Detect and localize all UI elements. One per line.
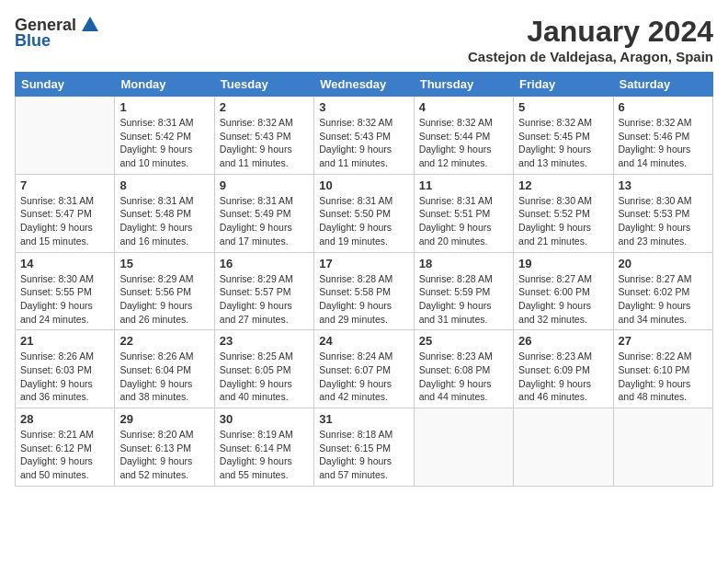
calendar-cell: 4Sunrise: 8:32 AMSunset: 5:44 PMDaylight… (414, 97, 513, 175)
calendar-cell: 3Sunrise: 8:32 AMSunset: 5:43 PMDaylight… (314, 97, 414, 175)
day-number: 5 (518, 100, 608, 114)
day-number: 24 (319, 334, 408, 348)
day-info: Sunrise: 8:30 AMSunset: 5:52 PMDaylight:… (518, 194, 608, 248)
calendar-cell: 15Sunrise: 8:29 AMSunset: 5:56 PMDayligh… (115, 252, 214, 330)
day-number: 7 (20, 178, 109, 192)
day-number: 26 (518, 334, 608, 348)
month-title: January 2024 (468, 15, 713, 49)
day-number: 16 (220, 257, 309, 270)
weekday-header-tuesday: Tuesday (214, 73, 313, 97)
day-info: Sunrise: 8:31 AMSunset: 5:51 PMDaylight:… (419, 194, 508, 248)
day-info: Sunrise: 8:22 AMSunset: 6:10 PMDaylight:… (619, 350, 708, 404)
day-info: Sunrise: 8:31 AMSunset: 5:42 PMDaylight:… (119, 116, 209, 170)
week-row-5: 28Sunrise: 8:21 AMSunset: 6:12 PMDayligh… (16, 408, 713, 487)
logo: General Blue (15, 15, 100, 51)
title-block: January 2024 Castejon de Valdejasa, Arag… (468, 15, 713, 64)
calendar-cell: 20Sunrise: 8:27 AMSunset: 6:02 PMDayligh… (613, 252, 712, 330)
weekday-header-saturday: Saturday (613, 73, 712, 97)
day-info: Sunrise: 8:24 AMSunset: 6:07 PMDaylight:… (319, 350, 408, 404)
calendar-cell (414, 408, 513, 487)
day-info: Sunrise: 8:28 AMSunset: 5:58 PMDaylight:… (319, 272, 408, 327)
day-info: Sunrise: 8:27 AMSunset: 6:02 PMDaylight:… (619, 272, 708, 327)
week-row-1: 1Sunrise: 8:31 AMSunset: 5:42 PMDaylight… (16, 97, 713, 175)
day-info: Sunrise: 8:31 AMSunset: 5:48 PMDaylight:… (119, 194, 209, 248)
calendar-cell: 19Sunrise: 8:27 AMSunset: 6:00 PMDayligh… (514, 252, 613, 330)
day-info: Sunrise: 8:26 AMSunset: 6:03 PMDaylight:… (20, 350, 109, 404)
calendar-cell: 12Sunrise: 8:30 AMSunset: 5:52 PMDayligh… (514, 174, 613, 252)
day-info: Sunrise: 8:32 AMSunset: 5:43 PMDaylight:… (319, 116, 408, 170)
calendar-cell: 29Sunrise: 8:20 AMSunset: 6:13 PMDayligh… (115, 408, 214, 487)
calendar-cell: 11Sunrise: 8:31 AMSunset: 5:51 PMDayligh… (414, 174, 513, 252)
day-number: 25 (419, 334, 508, 348)
day-info: Sunrise: 8:20 AMSunset: 6:13 PMDaylight:… (119, 428, 209, 482)
calendar-cell: 17Sunrise: 8:28 AMSunset: 5:58 PMDayligh… (314, 252, 414, 330)
calendar-cell: 8Sunrise: 8:31 AMSunset: 5:48 PMDaylight… (115, 174, 214, 252)
week-row-3: 14Sunrise: 8:30 AMSunset: 5:55 PMDayligh… (16, 252, 713, 330)
calendar-cell: 7Sunrise: 8:31 AMSunset: 5:47 PMDaylight… (16, 174, 115, 252)
day-number: 31 (319, 412, 408, 426)
calendar-cell: 2Sunrise: 8:32 AMSunset: 5:43 PMDaylight… (214, 97, 313, 175)
calendar-cell: 30Sunrise: 8:19 AMSunset: 6:14 PMDayligh… (214, 408, 313, 487)
calendar-cell: 21Sunrise: 8:26 AMSunset: 6:03 PMDayligh… (16, 330, 115, 408)
calendar-cell: 23Sunrise: 8:25 AMSunset: 6:05 PMDayligh… (214, 330, 313, 408)
day-number: 11 (419, 178, 508, 192)
day-number: 22 (119, 334, 209, 348)
day-number: 10 (319, 178, 408, 192)
day-info: Sunrise: 8:31 AMSunset: 5:47 PMDaylight:… (20, 194, 109, 248)
day-info: Sunrise: 8:32 AMSunset: 5:46 PMDaylight:… (619, 116, 708, 170)
calendar-cell: 22Sunrise: 8:26 AMSunset: 6:04 PMDayligh… (115, 330, 214, 408)
day-info: Sunrise: 8:23 AMSunset: 6:08 PMDaylight:… (419, 350, 508, 404)
week-row-4: 21Sunrise: 8:26 AMSunset: 6:03 PMDayligh… (16, 330, 713, 408)
day-number: 14 (20, 257, 109, 270)
calendar-cell: 24Sunrise: 8:24 AMSunset: 6:07 PMDayligh… (314, 330, 414, 408)
calendar-cell: 6Sunrise: 8:32 AMSunset: 5:46 PMDaylight… (613, 97, 712, 175)
calendar-cell: 5Sunrise: 8:32 AMSunset: 5:45 PMDaylight… (514, 97, 613, 175)
calendar-cell: 16Sunrise: 8:29 AMSunset: 5:57 PMDayligh… (214, 252, 313, 330)
day-number: 2 (220, 100, 309, 114)
day-info: Sunrise: 8:18 AMSunset: 6:15 PMDaylight:… (319, 428, 408, 482)
calendar-cell (514, 408, 613, 487)
calendar-cell: 18Sunrise: 8:28 AMSunset: 5:59 PMDayligh… (414, 252, 513, 330)
day-info: Sunrise: 8:23 AMSunset: 6:09 PMDaylight:… (518, 350, 608, 404)
calendar-cell: 9Sunrise: 8:31 AMSunset: 5:49 PMDaylight… (214, 174, 313, 252)
day-number: 1 (119, 100, 209, 114)
day-info: Sunrise: 8:30 AMSunset: 5:55 PMDaylight:… (20, 272, 109, 327)
day-info: Sunrise: 8:26 AMSunset: 6:04 PMDaylight:… (119, 350, 209, 404)
day-number: 30 (220, 412, 309, 426)
day-info: Sunrise: 8:25 AMSunset: 6:05 PMDaylight:… (220, 350, 309, 404)
day-info: Sunrise: 8:28 AMSunset: 5:59 PMDaylight:… (419, 272, 508, 327)
day-info: Sunrise: 8:30 AMSunset: 5:53 PMDaylight:… (619, 194, 708, 248)
day-number: 18 (419, 257, 508, 270)
day-number: 3 (319, 100, 408, 114)
calendar-cell: 10Sunrise: 8:31 AMSunset: 5:50 PMDayligh… (314, 174, 414, 252)
day-info: Sunrise: 8:21 AMSunset: 6:12 PMDaylight:… (20, 428, 109, 482)
weekday-header-monday: Monday (115, 73, 214, 97)
weekday-header-wednesday: Wednesday (314, 73, 414, 97)
calendar-cell: 31Sunrise: 8:18 AMSunset: 6:15 PMDayligh… (314, 408, 414, 487)
day-info: Sunrise: 8:31 AMSunset: 5:49 PMDaylight:… (220, 194, 309, 248)
weekday-header-row: SundayMondayTuesdayWednesdayThursdayFrid… (16, 73, 713, 97)
day-number: 15 (119, 257, 209, 270)
calendar-cell: 13Sunrise: 8:30 AMSunset: 5:53 PMDayligh… (613, 174, 712, 252)
day-info: Sunrise: 8:32 AMSunset: 5:43 PMDaylight:… (220, 116, 309, 170)
location-title: Castejon de Valdejasa, Aragon, Spain (468, 49, 713, 64)
day-number: 8 (119, 178, 209, 192)
day-info: Sunrise: 8:19 AMSunset: 6:14 PMDaylight:… (220, 428, 309, 482)
day-number: 19 (518, 257, 608, 270)
weekday-header-thursday: Thursday (414, 73, 513, 97)
day-info: Sunrise: 8:32 AMSunset: 5:44 PMDaylight:… (419, 116, 508, 170)
weekday-header-sunday: Sunday (16, 73, 115, 97)
calendar-cell: 1Sunrise: 8:31 AMSunset: 5:42 PMDaylight… (115, 97, 214, 175)
day-number: 21 (20, 334, 109, 348)
calendar-cell (613, 408, 712, 487)
day-info: Sunrise: 8:31 AMSunset: 5:50 PMDaylight:… (319, 194, 408, 248)
page-header: General Blue January 2024 Castejon de Va… (15, 15, 713, 64)
day-number: 28 (20, 412, 109, 426)
day-number: 6 (619, 100, 708, 114)
calendar-cell (16, 97, 115, 175)
day-number: 23 (220, 334, 309, 348)
day-number: 29 (119, 412, 209, 426)
calendar-table: SundayMondayTuesdayWednesdayThursdayFrid… (15, 72, 713, 487)
day-number: 20 (619, 257, 708, 270)
day-info: Sunrise: 8:29 AMSunset: 5:56 PMDaylight:… (119, 272, 209, 327)
